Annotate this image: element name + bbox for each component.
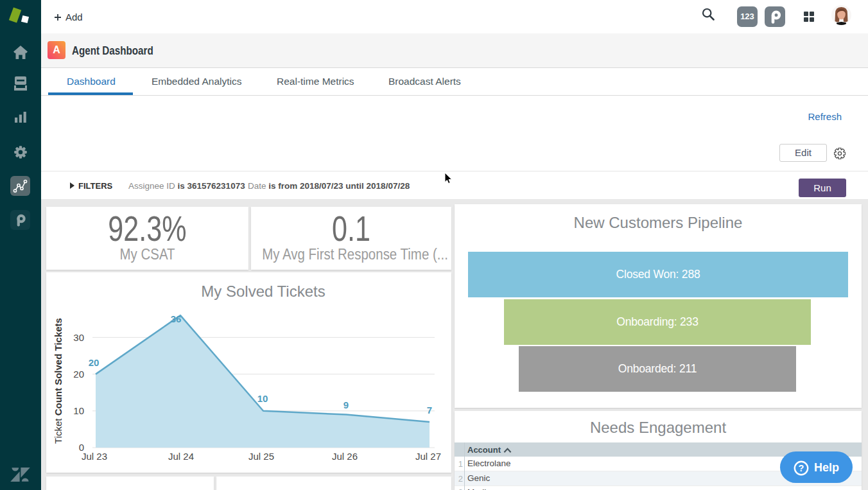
svg-text:20: 20 [73,369,84,380]
svg-text:30: 30 [73,332,84,343]
svg-text:7: 7 [427,405,432,416]
svg-text:Jul 26: Jul 26 [332,451,358,462]
svg-text:20: 20 [89,357,100,368]
svg-text:Jul 24: Jul 24 [168,451,194,462]
svg-text:Jul 27: Jul 27 [415,451,441,462]
svg-text:10: 10 [73,405,84,416]
svg-text:Jul 23: Jul 23 [82,451,107,462]
svg-text:Jul 25: Jul 25 [248,451,274,462]
svg-text:?: ? [799,463,804,473]
svg-text:10: 10 [257,393,268,404]
svg-text:Ticket Count Solved Tickets: Ticket Count Solved Tickets [53,318,64,444]
svg-text:9: 9 [343,399,349,410]
svg-text:36: 36 [171,313,182,324]
